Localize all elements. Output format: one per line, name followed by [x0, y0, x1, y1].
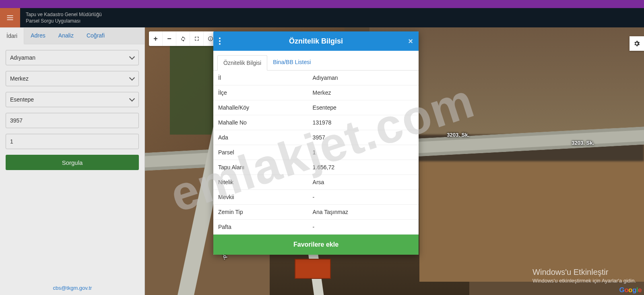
modal-tab-binabb[interactable]: Bina/BB Listesi [267, 55, 316, 70]
sidebar-tabs: İdari Adres Analiz Coğrafi [0, 27, 144, 44]
attr-key: Mahalle/Köy [213, 100, 308, 115]
modal-header[interactable]: Öznitelik Bilgisi × [213, 31, 419, 51]
attr-val: Ana Taşınmaz [308, 205, 419, 220]
hamburger-icon [6, 14, 14, 22]
modal-tabs: Öznitelik Bilgisi Bina/BB Listesi [213, 51, 419, 71]
modal-tab-oznitelik[interactable]: Öznitelik Bilgisi [217, 55, 267, 71]
road-label-1: 3203. Sk. [447, 132, 469, 138]
attr-val: 131978 [308, 115, 419, 130]
attr-val: Esentepe [308, 100, 419, 115]
app-header: Tapu ve Kadastro Genel Müdürlüğü Parsel … [0, 8, 644, 27]
attr-val: - [308, 220, 419, 235]
table-row: Mevkii- [213, 190, 419, 205]
map-settings-button[interactable] [630, 36, 644, 51]
select-il[interactable]: Adıyaman [6, 50, 139, 65]
table-row: Ada3957 [213, 130, 419, 145]
table-row: Mahalle/KöyEsentepe [213, 100, 419, 115]
zoom-in-button[interactable]: + [149, 31, 163, 46]
table-row: Pafta- [213, 220, 419, 235]
fullscreen-button[interactable] [190, 31, 204, 46]
sidebar-tab-analiz[interactable]: Analiz [52, 27, 80, 44]
query-form: Adıyaman Merkez Esentepe Sorgula [0, 44, 144, 181]
map-area[interactable]: 3203. Sk. 3203. Sk. Esentepe Cd. + − Özn… [145, 27, 644, 295]
sorgula-button[interactable]: Sorgula [6, 155, 139, 170]
attr-val: Adıyaman [308, 71, 419, 85]
table-row: NitelikArsa [213, 175, 419, 190]
attr-key: Ada [213, 130, 308, 145]
road-label-2: 3203. Sk. [572, 140, 594, 146]
table-row: Mahalle No131978 [213, 115, 419, 130]
input-parsel[interactable] [6, 134, 139, 149]
attr-key: Mevkii [213, 190, 308, 205]
zoom-out-button[interactable]: − [163, 31, 176, 46]
modal-close-button[interactable]: × [408, 37, 413, 45]
google-logo: Google [619, 286, 642, 294]
attr-key: Nitelik [213, 175, 308, 190]
hamburger-button[interactable] [0, 8, 20, 27]
attr-val: Arsa [308, 175, 419, 190]
attr-val: - [308, 190, 419, 205]
attr-key: İlçe [213, 85, 308, 100]
select-mahalle[interactable]: Esentepe [6, 92, 139, 107]
top-strip [0, 0, 644, 8]
info-icon [208, 36, 213, 42]
table-row: Tapu Alanı1.656,72 [213, 160, 419, 175]
gear-icon [633, 40, 640, 47]
modal-title: Öznitelik Bilgisi [289, 37, 343, 46]
minus-icon: − [167, 35, 171, 43]
close-icon: × [408, 37, 413, 46]
input-ada[interactable] [6, 113, 139, 128]
sidebar-tab-adres[interactable]: Adres [24, 27, 52, 44]
sidebar-tab-idari[interactable]: İdari [0, 28, 24, 44]
table-row: İlçeMerkez [213, 85, 419, 100]
map-toolbar: + − [149, 31, 217, 46]
attr-val: Merkez [308, 85, 419, 100]
refresh-icon [180, 36, 186, 42]
sidebar-tab-cografi[interactable]: Coğrafi [80, 27, 111, 44]
footer-email[interactable]: cbs@tkgm.gov.tr [0, 285, 145, 291]
attr-key: Mahalle No [213, 115, 308, 130]
table-row: Parsel1 [213, 145, 419, 160]
plus-icon: + [153, 35, 158, 43]
modal-menu-button[interactable] [219, 36, 221, 46]
sidebar: İdari Adres Analiz Coğrafi Adıyaman Merk… [0, 27, 145, 295]
attr-val: 1 [308, 145, 419, 160]
add-favorites-button[interactable]: Favorilere ekle [213, 235, 419, 255]
attr-key: Tapu Alanı [213, 160, 308, 175]
expand-icon [194, 36, 200, 42]
header-line2: Parsel Sorgu Uygulaması [26, 18, 102, 24]
table-row: İlAdıyaman [213, 71, 419, 85]
attr-val: 3957 [308, 130, 419, 145]
attr-key: Parsel [213, 145, 308, 160]
attr-val: 1.656,72 [308, 160, 419, 175]
attribute-table: İlAdıyamanİlçeMerkezMahalle/KöyEsentepeM… [213, 71, 419, 235]
attr-key: İl [213, 71, 308, 85]
table-row: Zemin TipAna Taşınmaz [213, 205, 419, 220]
select-ilce[interactable]: Merkez [6, 71, 139, 86]
header-line1: Tapu ve Kadastro Genel Müdürlüğü [26, 12, 102, 17]
attr-key: Pafta [213, 220, 308, 235]
attribute-info-modal: Öznitelik Bilgisi × Öznitelik Bilgisi Bi… [213, 31, 419, 255]
attr-key: Zemin Tip [213, 205, 308, 220]
header-title: Tapu ve Kadastro Genel Müdürlüğü Parsel … [20, 8, 102, 27]
refresh-button[interactable] [176, 31, 190, 46]
